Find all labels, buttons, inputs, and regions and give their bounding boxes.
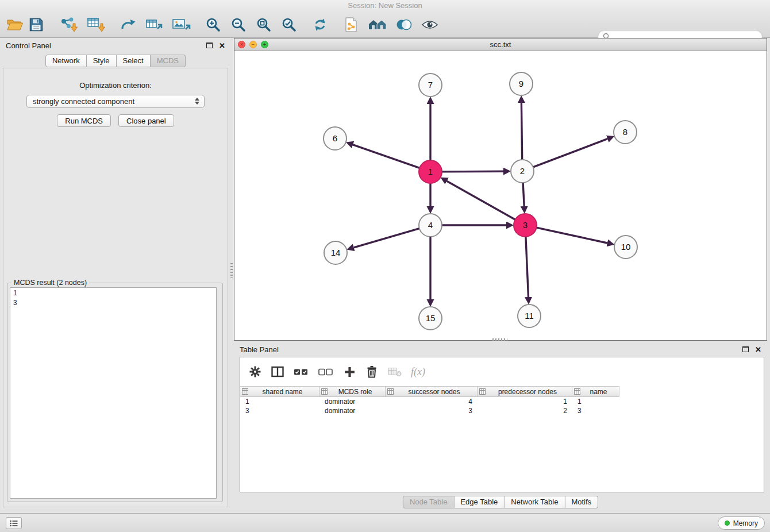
graph-node-14[interactable]: 14 — [324, 241, 347, 264]
vizmapper-icon[interactable] — [395, 14, 413, 35]
table-cell: dominator — [319, 406, 386, 415]
column-sort-icon — [321, 388, 328, 395]
column-header-mcds-role[interactable]: MCDS role — [319, 387, 386, 396]
svg-text:9: 9 — [519, 79, 523, 88]
tab-motifs[interactable]: Motifs — [565, 496, 598, 508]
close-panel-button[interactable]: Close panel — [118, 114, 174, 127]
column-header-label: name — [580, 388, 619, 396]
graph-node-8[interactable]: 8 — [614, 121, 637, 144]
splitter-handle-vertical[interactable] — [230, 263, 233, 278]
copy-network-style-icon[interactable] — [342, 14, 360, 35]
graph-edge-2-3[interactable] — [523, 183, 524, 206]
graph-node-1[interactable]: 1 — [419, 160, 442, 183]
export-network-icon[interactable] — [120, 14, 137, 35]
column-header-successor-nodes[interactable]: successor nodes — [386, 387, 478, 396]
zoom-out-icon[interactable] — [230, 14, 247, 35]
control-panel-header: Control Panel ✕ — [0, 38, 231, 53]
table-row[interactable]: 1dominator411 — [240, 397, 764, 406]
tab-select[interactable]: Select — [117, 55, 151, 67]
graph-node-11[interactable]: 11 — [518, 304, 541, 327]
status-bar: Memory — [0, 513, 770, 532]
panel-list-button[interactable] — [6, 517, 22, 529]
table-cell: 4 — [386, 397, 478, 406]
delete-table-icon[interactable] — [387, 364, 402, 380]
column-header-name[interactable]: name — [572, 387, 619, 396]
zoom-selected-icon[interactable] — [280, 14, 298, 35]
tab-node-table[interactable]: Node Table — [403, 496, 455, 508]
graph-node-6[interactable]: 6 — [324, 127, 346, 150]
zoom-in-icon[interactable] — [205, 14, 222, 35]
home-icon[interactable] — [368, 14, 387, 35]
graph-edge-2-8[interactable] — [533, 139, 607, 167]
control-panel-tabs: NetworkStyleSelectMCDS — [0, 55, 231, 67]
table-cell: 1 — [240, 397, 319, 406]
splitter-handle-horizontal[interactable] — [492, 338, 507, 341]
column-header-shared-name[interactable]: shared name — [240, 387, 319, 396]
tab-mcds[interactable]: MCDS — [151, 55, 186, 67]
svg-text:6: 6 — [333, 133, 337, 143]
svg-text:10: 10 — [621, 242, 631, 252]
network-canvas[interactable]: 7968124314101511 — [234, 52, 767, 340]
graph-node-7[interactable]: 7 — [419, 74, 442, 97]
table-settings-icon[interactable] — [248, 364, 262, 380]
show-columns-icon[interactable] — [271, 364, 284, 380]
graph-edge-3-11[interactable] — [526, 237, 529, 297]
run-mcds-button[interactable]: Run MCDS — [57, 114, 111, 127]
graph-edge-2-9[interactable] — [521, 103, 522, 160]
window-minimize-icon[interactable]: − — [249, 41, 257, 48]
svg-text:14: 14 — [331, 248, 341, 257]
network-window: scc.txt × − + 7968124314101511 — [234, 38, 767, 341]
export-table-icon[interactable] — [145, 14, 163, 35]
graph-edge-4-14[interactable] — [354, 229, 419, 248]
select-all-icon[interactable] — [293, 364, 309, 380]
close-panel-icon[interactable]: ✕ — [219, 41, 225, 50]
optimization-dropdown[interactable]: strongly connected component — [26, 95, 205, 108]
table-cell: 2 — [478, 406, 572, 415]
graph-node-2[interactable]: 2 — [511, 160, 534, 183]
float-table-panel-icon[interactable] — [742, 346, 749, 352]
optimization-label: Optimization criterion: — [3, 81, 228, 90]
graph-edge-1-6[interactable] — [353, 145, 419, 168]
delete-column-icon[interactable] — [365, 364, 379, 380]
zoom-fit-icon[interactable] — [255, 14, 272, 35]
function-builder-icon[interactable]: f(x) — [411, 364, 425, 380]
tab-style[interactable]: Style — [87, 55, 117, 67]
open-file-icon[interactable] — [6, 14, 24, 35]
graph-edge-3-1[interactable] — [447, 181, 515, 219]
graph-edge-1-2[interactable] — [442, 171, 503, 172]
close-table-panel-icon[interactable]: ✕ — [755, 345, 761, 354]
table-row[interactable]: 3dominator323 — [240, 406, 764, 415]
network-window-titlebar: scc.txt × − + — [234, 38, 767, 51]
tab-network-table[interactable]: Network Table — [505, 496, 565, 508]
deselect-all-icon[interactable] — [318, 364, 334, 380]
float-panel-icon[interactable] — [206, 43, 213, 48]
export-image-icon[interactable] — [171, 14, 191, 35]
save-session-icon[interactable] — [28, 14, 45, 35]
graph-node-10[interactable]: 10 — [614, 236, 637, 259]
refresh-layout-icon[interactable] — [311, 14, 329, 35]
window-zoom-icon[interactable]: + — [261, 41, 268, 48]
import-table-icon[interactable] — [86, 14, 106, 35]
graph-edge-3-10[interactable] — [537, 228, 607, 243]
memory-button[interactable]: Memory — [718, 516, 765, 530]
tab-edge-table[interactable]: Edge Table — [454, 496, 505, 508]
graph-node-15[interactable]: 15 — [419, 307, 442, 330]
dropdown-value: strongly connected component — [33, 97, 134, 106]
table-toolbar: f(x) — [240, 357, 764, 386]
window-close-icon[interactable]: × — [238, 41, 245, 48]
graph-node-3[interactable]: 3 — [514, 214, 537, 237]
tab-network[interactable]: Network — [45, 55, 87, 67]
table-cell: 3 — [386, 406, 478, 415]
eye-icon[interactable] — [421, 14, 439, 35]
table-cell: 1 — [572, 397, 619, 406]
graph-node-9[interactable]: 9 — [510, 72, 533, 95]
add-column-icon[interactable] — [342, 364, 356, 380]
svg-text:7: 7 — [428, 80, 433, 90]
svg-text:11: 11 — [525, 311, 534, 321]
mcds-result-text[interactable]: 1 3 — [10, 287, 217, 499]
network-view[interactable]: 7968124314101511 — [234, 52, 767, 340]
import-network-icon[interactable] — [59, 14, 78, 35]
graph-node-4[interactable]: 4 — [419, 214, 442, 237]
column-header-predecessor-nodes[interactable]: predecessor nodes — [478, 387, 572, 396]
table-cell: 3 — [572, 406, 619, 415]
